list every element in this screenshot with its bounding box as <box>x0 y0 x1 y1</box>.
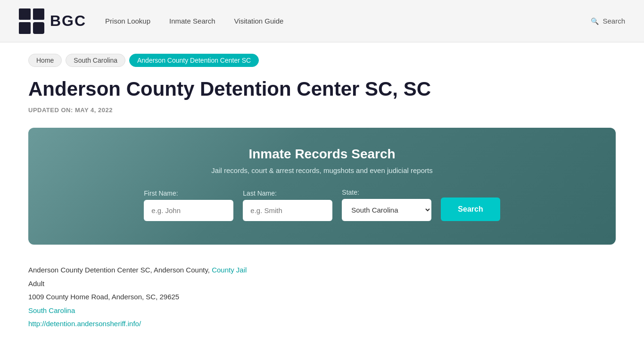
logo-cell-tl <box>19 8 31 20</box>
updated-date: MAY 4, 2022 <box>75 107 113 114</box>
state-label: State: <box>342 189 359 196</box>
breadcrumb-current[interactable]: Anderson County Detention Center SC <box>129 54 259 67</box>
logo-cell-br <box>33 22 45 34</box>
facility-website-link[interactable]: http://detention.andersonsheriff.info/ <box>28 320 141 328</box>
logo-cell-tr <box>33 8 45 20</box>
facility-line3: 1009 County Home Road, Anderson, SC, 296… <box>28 290 616 304</box>
nav-visitation-guide[interactable]: Visitation Guide <box>234 17 284 25</box>
facility-line4: South Carolina <box>28 304 616 318</box>
state-group: State: South Carolina Alabama Alaska Ari… <box>342 189 431 221</box>
facility-info: Anderson County Detention Center SC, And… <box>28 263 616 331</box>
inmate-search-widget: Inmate Records Search Jail records, cour… <box>28 128 616 245</box>
logo-text: BGC <box>50 12 86 30</box>
widget-subtitle: Jail records, court & arrest records, mu… <box>66 166 578 174</box>
breadcrumb: Home South Carolina Anderson County Dete… <box>0 42 644 73</box>
breadcrumb-home[interactable]: Home <box>28 54 62 67</box>
first-name-group: First Name: <box>144 189 233 221</box>
site-header: BGC Prison Lookup Inmate Search Visitati… <box>0 0 644 42</box>
state-select[interactable]: South Carolina Alabama Alaska Arizona Ar… <box>342 199 431 221</box>
search-icon: 🔍 <box>591 17 599 25</box>
logo-icon <box>19 8 44 34</box>
main-nav: Prison Lookup Inmate Search Visitation G… <box>105 17 591 25</box>
site-logo[interactable]: BGC <box>19 8 86 34</box>
updated-label: UPDATED ON: <box>28 107 73 114</box>
county-jail-link[interactable]: County Jail <box>212 266 247 274</box>
logo-cell-bl <box>19 22 31 34</box>
facility-line2: Adult <box>28 277 616 291</box>
last-name-input[interactable] <box>243 200 332 221</box>
search-form: First Name: Last Name: State: South Caro… <box>66 189 578 221</box>
updated-on: UPDATED ON: MAY 4, 2022 <box>28 107 616 114</box>
first-name-label: First Name: <box>144 189 178 197</box>
facility-line1: Anderson County Detention Center SC, And… <box>28 263 616 277</box>
header-search-button[interactable]: 🔍 Search <box>591 17 625 25</box>
breadcrumb-south-carolina[interactable]: South Carolina <box>66 54 125 67</box>
header-search-label: Search <box>603 17 625 25</box>
nav-prison-lookup[interactable]: Prison Lookup <box>105 17 150 25</box>
page-title: Anderson County Detention Center SC, SC <box>28 77 616 101</box>
first-name-input[interactable] <box>144 200 233 221</box>
nav-inmate-search[interactable]: Inmate Search <box>169 17 215 25</box>
facility-line5: http://detention.andersonsheriff.info/ <box>28 317 616 331</box>
main-content: Anderson County Detention Center SC, SC … <box>0 73 644 350</box>
search-button[interactable]: Search <box>441 197 500 221</box>
last-name-label: Last Name: <box>243 189 277 197</box>
widget-title: Inmate Records Search <box>66 147 578 162</box>
south-carolina-link[interactable]: South Carolina <box>28 306 75 314</box>
facility-line1-text: Anderson County Detention Center SC, And… <box>28 266 210 274</box>
last-name-group: Last Name: <box>243 189 332 221</box>
